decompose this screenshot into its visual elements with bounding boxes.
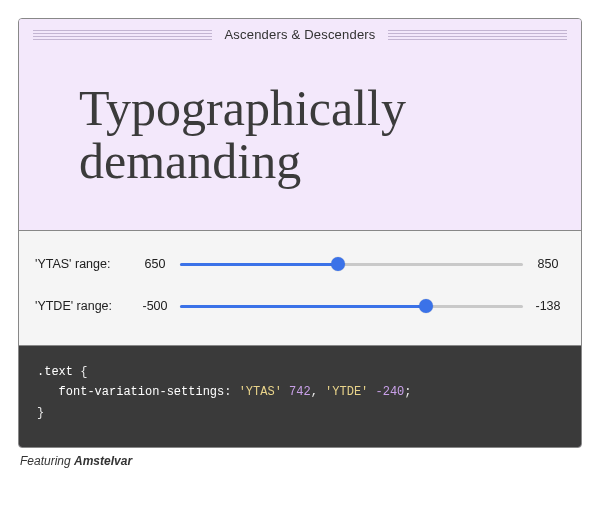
slider-row-ytde: 'YTDE' range:-500-138 xyxy=(35,285,565,327)
header-title: Ascenders & Descenders xyxy=(224,27,375,42)
slider-ytas[interactable] xyxy=(180,257,523,271)
caption-font-name: Amstelvar xyxy=(74,454,132,468)
slider-controls: 'YTAS' range:650850'YTDE' range:-500-138 xyxy=(19,231,581,346)
code-axis2-name: 'YTDE' xyxy=(325,385,368,399)
code-selector: .text xyxy=(37,365,73,379)
code-axis1-name: 'YTAS' xyxy=(239,385,282,399)
code-axis1-value: 742 xyxy=(289,385,311,399)
slider-fill xyxy=(180,263,338,266)
code-axis2-value: -240 xyxy=(376,385,405,399)
type-preview: Typographically demanding xyxy=(19,48,581,231)
slider-thumb[interactable] xyxy=(419,299,433,313)
caption: Featuring Amstelvar xyxy=(18,448,582,474)
header-rule-right xyxy=(388,30,567,40)
slider-label-ytde: 'YTDE' range: xyxy=(35,299,130,313)
caption-prefix: Featuring xyxy=(20,454,74,468)
code-property: font-variation-settings xyxy=(59,385,225,399)
slider-max-ytde: -138 xyxy=(531,299,565,313)
slider-row-ytas: 'YTAS' range:650850 xyxy=(35,243,565,285)
slider-min-ytas: 650 xyxy=(138,257,172,271)
card-header: Ascenders & Descenders xyxy=(19,19,581,48)
slider-max-ytas: 850 xyxy=(531,257,565,271)
demo-card: Ascenders & Descenders Typographically d… xyxy=(18,18,582,448)
preview-text: Typographically demanding xyxy=(79,82,561,188)
header-rule-left xyxy=(33,30,212,40)
slider-label-ytas: 'YTAS' range: xyxy=(35,257,130,271)
slider-thumb[interactable] xyxy=(331,257,345,271)
slider-ytde[interactable] xyxy=(180,299,523,313)
code-block: .text { font-variation-settings: 'YTAS' … xyxy=(19,346,581,447)
slider-fill xyxy=(180,305,426,308)
slider-min-ytde: -500 xyxy=(138,299,172,313)
